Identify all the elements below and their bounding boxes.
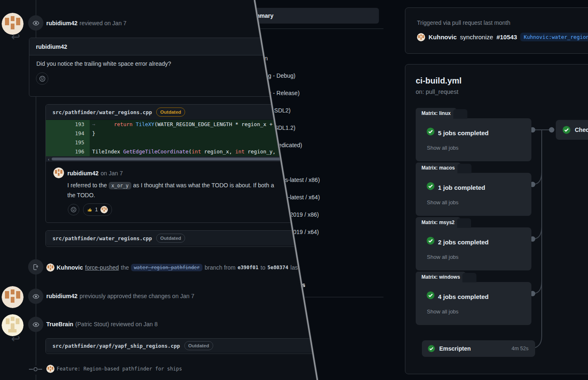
commit-icon: [29, 366, 42, 375]
github-pr-composite: ↩ ↩ rubidium42 reviewed on Jan 7 rubidiu…: [0, 0, 588, 380]
job-node-check-annotations[interactable]: Check Annotations: [556, 120, 588, 140]
matrix-card-body[interactable]: 1 job completed Show all jobs: [416, 173, 531, 216]
matrix-group-windows[interactable]: Matrix: windows 4 jobs completed Show al…: [416, 272, 531, 325]
commit-sha-link[interactable]: e390f01: [238, 265, 259, 270]
collapsed-thread-card: src/pathfinder/water_regions.cpp Outdate…: [45, 230, 302, 247]
comment-body: Did you notice the trailing white space …: [36, 60, 171, 67]
line-number: 196: [46, 147, 90, 156]
outdated-badge: Outdated: [184, 341, 213, 350]
matrix-card-body[interactable]: 4 jobs completed Show all jobs: [416, 282, 531, 325]
comment-author[interactable]: rubidium42: [67, 170, 98, 177]
approved-event: rubidium42 previously approved these cha…: [46, 293, 194, 299]
thumbs-up-icon: [87, 207, 93, 213]
add-reaction-button[interactable]: [68, 204, 79, 215]
commit-sha-link[interactable]: 5e80374: [267, 265, 288, 270]
check-circle-icon: [426, 127, 435, 136]
matrix-tab: Matrix: windows: [416, 272, 466, 282]
file-header[interactable]: src/pathfinder/water_regions.cpp Outdate…: [46, 231, 302, 246]
thread-comment-meta: rubidium42 on Jan 7: [67, 170, 123, 177]
add-reaction-button[interactable]: [36, 72, 48, 85]
review-event: rubidium42 reviewed on Jan 7: [46, 20, 126, 26]
matrix-group-macos[interactable]: Matrix: macos 1 job completed Show all j…: [416, 163, 531, 216]
file-path[interactable]: src/pathfinder/yapf/yapf_ship_regions.cp…: [52, 343, 180, 349]
show-all-jobs-link[interactable]: Show all jobs: [427, 254, 459, 260]
file-header[interactable]: src/pathfinder/yapf/yapf_ship_regions.cp…: [46, 339, 319, 353]
review-author[interactable]: rubidium42: [46, 20, 77, 26]
sidebar-item-summary[interactable]: Summary: [239, 8, 379, 24]
event-type: synchronize: [460, 33, 493, 41]
show-all-jobs-link[interactable]: Show all jobs: [427, 199, 459, 206]
outdated-badge: Outdated: [156, 108, 185, 116]
show-all-jobs-link[interactable]: Show all jobs: [427, 308, 459, 315]
trigger-info-panel: Triggered via pull request last month Ku…: [405, 7, 588, 54]
review-author[interactable]: TrueBrain: [46, 321, 73, 327]
check-circle-icon: [426, 182, 435, 190]
job-name: Emscripten: [439, 345, 471, 352]
trigger-description: Triggered via pull request last month: [417, 19, 510, 26]
review-meta: (Patric Stout) reviewed on Jan 8: [75, 321, 157, 327]
actor-login[interactable]: Kuhnovic: [429, 33, 457, 41]
thumbs-up-reaction-pill[interactable]: 1: [83, 203, 112, 216]
eye-icon: [28, 15, 43, 31]
avatar[interactable]: [46, 263, 55, 272]
reply-arrow-icon: ↩: [11, 333, 20, 344]
code-line: [90, 138, 92, 147]
actor[interactable]: Kuhnovic: [57, 264, 83, 271]
avatar[interactable]: [53, 167, 64, 178]
workflow-graph-panel: ci-build.yml on: pull_request: [405, 64, 588, 374]
check-circle-icon: [428, 345, 435, 352]
commit-message[interactable]: Feature: Region-based pathfinder for shi…: [57, 366, 182, 372]
matrix-tab: Matrix: macos: [416, 163, 461, 173]
pr-number[interactable]: #10543: [496, 33, 517, 41]
force-pushed-label: force-pushed: [85, 264, 119, 271]
reaction-count: 1: [95, 207, 98, 213]
file-path[interactable]: src/pathfinder/water_regions.cpp: [52, 109, 152, 115]
reactor-avatar: [100, 206, 108, 213]
reply-arrow-icon: ↩: [11, 31, 20, 42]
matrix-status: 4 jobs completed: [438, 293, 489, 300]
line-number: 195: [46, 138, 90, 147]
line-number: 193: [46, 120, 90, 129]
comment-author[interactable]: rubidium42: [36, 43, 67, 50]
review-meta: reviewed on Jan 7: [79, 20, 126, 26]
matrix-status: 2 jobs completed: [438, 239, 489, 246]
code-line: → return TileXY(WATER_REGION_EDGE_LENGTH…: [90, 120, 276, 129]
thread-comment-body-line2: the TODO.: [67, 192, 95, 198]
job-name: Check Annotations: [575, 127, 588, 133]
file-path[interactable]: src/pathfinder/water_regions.cpp: [52, 235, 152, 241]
workflow-name: ci-build.yml: [416, 76, 462, 86]
head-ref-label: Kuhnovic:water_region_pathfinder: [520, 33, 588, 41]
eye-icon: [28, 317, 43, 332]
matrix-tab: Matrix: linux: [416, 108, 457, 119]
line-number: 194: [46, 129, 90, 138]
branch-label: water_region_pathfinder: [131, 264, 202, 271]
outdated-badge: Outdated: [156, 234, 185, 242]
matrix-card-body[interactable]: 2 jobs completed Show all jobs: [416, 227, 531, 270]
trigger-actor-row: Kuhnovic synchronize #10543 Kuhnovic:wat…: [417, 33, 588, 41]
inline-code-chip: x_or_y: [109, 182, 132, 189]
eye-icon: [28, 289, 43, 304]
scroll-left-arrow[interactable]: ‹: [46, 157, 52, 162]
avatar[interactable]: [417, 33, 425, 41]
matrix-card-body[interactable]: 5 jobs completed Show all jobs: [416, 118, 531, 161]
check-circle-icon: [426, 237, 435, 245]
approved-meta: previously approved these changes on Jan…: [79, 293, 194, 299]
review-event: TrueBrain (Patric Stout) reviewed on Jan…: [46, 321, 158, 327]
commit-event: Feature: Region-based pathfinder for shi…: [46, 365, 182, 373]
diff-marker: →: [92, 121, 95, 127]
show-all-jobs-link[interactable]: Show all jobs: [427, 145, 459, 151]
avatar[interactable]: [46, 365, 55, 373]
workflow-trigger: on: pull_request: [416, 88, 458, 95]
check-circle-icon: [562, 126, 571, 134]
matrix-tab: Matrix: msys2: [416, 217, 460, 228]
avatar[interactable]: [2, 286, 24, 308]
job-node-emscripten[interactable]: Emscripten 4m 52s: [422, 340, 535, 357]
force-push-event: Kuhnovic force-pushed the water_region_p…: [46, 263, 317, 272]
thread-comment-body: I referred to the x_or_y as I thought th…: [67, 182, 274, 189]
review-author[interactable]: rubidium42: [46, 293, 77, 299]
matrix-group-msys2[interactable]: Matrix: msys2 2 jobs completed Show all …: [416, 217, 531, 270]
matrix-status: 1 job completed: [438, 184, 485, 191]
comment-date: on Jan 7: [100, 170, 123, 177]
matrix-group-linux[interactable]: Matrix: linux 5 jobs completed Show all …: [416, 108, 531, 161]
check-circle-icon: [426, 291, 435, 299]
